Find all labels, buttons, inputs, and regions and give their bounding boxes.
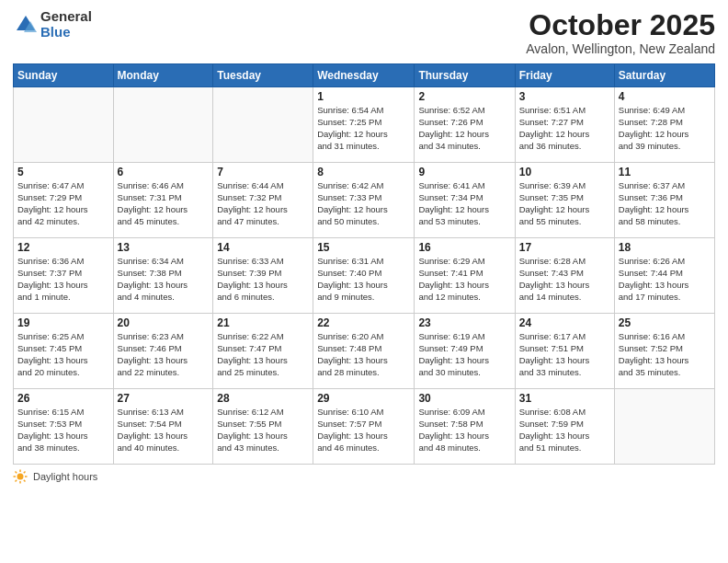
day-info: Sunrise: 6:36 AM Sunset: 7:37 PM Dayligh… (17, 256, 109, 303)
title-month: October 2025 (526, 9, 715, 41)
day-info: Sunrise: 6:42 AM Sunset: 7:33 PM Dayligh… (317, 180, 410, 227)
calendar-cell: 12Sunrise: 6:36 AM Sunset: 7:37 PM Dayli… (14, 238, 114, 314)
day-info: Sunrise: 6:28 AM Sunset: 7:43 PM Dayligh… (519, 256, 610, 303)
day-number: 8 (317, 166, 410, 178)
day-number: 23 (418, 316, 510, 329)
calendar-cell: 27Sunrise: 6:13 AM Sunset: 7:54 PM Dayli… (113, 389, 213, 465)
calendar-cell: 22Sunrise: 6:20 AM Sunset: 7:48 PM Dayli… (313, 314, 415, 389)
calendar-cell: 9Sunrise: 6:41 AM Sunset: 7:34 PM Daylig… (415, 163, 515, 238)
day-info: Sunrise: 6:12 AM Sunset: 7:55 PM Dayligh… (217, 407, 309, 454)
header: General Blue October 2025 Avalon, Wellin… (13, 9, 715, 56)
calendar-cell: 31Sunrise: 6:08 AM Sunset: 7:59 PM Dayli… (515, 389, 614, 465)
calendar-cell: 21Sunrise: 6:22 AM Sunset: 7:47 PM Dayli… (213, 314, 313, 389)
day-info: Sunrise: 6:29 AM Sunset: 7:41 PM Dayligh… (418, 256, 510, 303)
col-sunday: Sunday (14, 64, 114, 87)
col-thursday: Thursday (415, 64, 515, 87)
daylight-label: Daylight hours (33, 471, 97, 482)
calendar-cell: 29Sunrise: 6:10 AM Sunset: 7:57 PM Dayli… (313, 389, 415, 465)
day-number: 10 (519, 166, 610, 178)
calendar-cell: 4Sunrise: 6:49 AM Sunset: 7:28 PM Daylig… (614, 87, 714, 163)
logo-general-text: General (40, 9, 92, 25)
calendar-cell (113, 87, 213, 163)
day-number: 16 (418, 241, 510, 254)
day-info: Sunrise: 6:54 AM Sunset: 7:25 PM Dayligh… (317, 105, 410, 152)
day-number: 13 (118, 241, 210, 254)
day-number: 18 (619, 241, 711, 254)
day-number: 14 (217, 241, 309, 254)
calendar-cell: 13Sunrise: 6:34 AM Sunset: 7:38 PM Dayli… (113, 238, 213, 314)
day-number: 3 (519, 90, 610, 103)
calendar-cell: 3Sunrise: 6:51 AM Sunset: 7:27 PM Daylig… (515, 87, 614, 163)
svg-point-2 (17, 474, 24, 480)
logo-blue-text: Blue (40, 25, 92, 40)
day-info: Sunrise: 6:33 AM Sunset: 7:39 PM Dayligh… (217, 256, 309, 303)
svg-line-7 (16, 472, 17, 474)
day-number: 28 (217, 392, 309, 405)
svg-line-8 (24, 480, 26, 482)
title-location: Avalon, Wellington, New Zealand (526, 41, 715, 56)
calendar-cell: 8Sunrise: 6:42 AM Sunset: 7:33 PM Daylig… (313, 163, 415, 238)
day-number: 17 (519, 241, 610, 254)
day-info: Sunrise: 6:09 AM Sunset: 7:58 PM Dayligh… (418, 407, 510, 454)
calendar-cell (213, 87, 313, 163)
day-info: Sunrise: 6:39 AM Sunset: 7:35 PM Dayligh… (519, 180, 610, 227)
calendar-cell: 18Sunrise: 6:26 AM Sunset: 7:44 PM Dayli… (614, 238, 714, 314)
day-info: Sunrise: 6:26 AM Sunset: 7:44 PM Dayligh… (619, 256, 711, 303)
calendar-cell: 2Sunrise: 6:52 AM Sunset: 7:26 PM Daylig… (415, 87, 515, 163)
day-info: Sunrise: 6:47 AM Sunset: 7:29 PM Dayligh… (17, 180, 109, 227)
day-number: 29 (317, 392, 410, 405)
day-number: 9 (418, 166, 510, 178)
calendar-cell: 26Sunrise: 6:15 AM Sunset: 7:53 PM Dayli… (14, 389, 114, 465)
col-wednesday: Wednesday (313, 64, 415, 87)
day-number: 31 (519, 392, 610, 405)
day-number: 26 (17, 392, 109, 405)
col-friday: Friday (515, 64, 614, 87)
day-number: 6 (118, 166, 210, 178)
sun-icon (13, 469, 28, 484)
calendar-week-row-0: 1Sunrise: 6:54 AM Sunset: 7:25 PM Daylig… (14, 87, 715, 163)
col-saturday: Saturday (614, 64, 714, 87)
day-number: 15 (317, 241, 410, 254)
day-number: 27 (118, 392, 210, 405)
calendar-body: 1Sunrise: 6:54 AM Sunset: 7:25 PM Daylig… (14, 87, 715, 465)
footer: Daylight hours (13, 469, 715, 484)
day-info: Sunrise: 6:13 AM Sunset: 7:54 PM Dayligh… (118, 407, 210, 454)
col-monday: Monday (113, 64, 213, 87)
calendar-cell: 5Sunrise: 6:47 AM Sunset: 7:29 PM Daylig… (14, 163, 114, 238)
calendar-cell: 25Sunrise: 6:16 AM Sunset: 7:52 PM Dayli… (614, 314, 714, 389)
col-tuesday: Tuesday (213, 64, 313, 87)
day-info: Sunrise: 6:25 AM Sunset: 7:45 PM Dayligh… (17, 331, 109, 378)
day-info: Sunrise: 6:37 AM Sunset: 7:36 PM Dayligh… (619, 180, 711, 227)
calendar-cell: 7Sunrise: 6:44 AM Sunset: 7:32 PM Daylig… (213, 163, 313, 238)
day-info: Sunrise: 6:10 AM Sunset: 7:57 PM Dayligh… (317, 407, 410, 454)
calendar-week-row-1: 5Sunrise: 6:47 AM Sunset: 7:29 PM Daylig… (14, 163, 715, 238)
day-number: 2 (418, 90, 510, 103)
day-info: Sunrise: 6:41 AM Sunset: 7:34 PM Dayligh… (418, 180, 510, 227)
page-container: General Blue October 2025 Avalon, Wellin… (0, 0, 728, 563)
calendar-week-row-4: 26Sunrise: 6:15 AM Sunset: 7:53 PM Dayli… (14, 389, 715, 465)
calendar-cell: 23Sunrise: 6:19 AM Sunset: 7:49 PM Dayli… (415, 314, 515, 389)
day-number: 19 (17, 316, 109, 329)
calendar-cell (614, 389, 714, 465)
day-number: 5 (17, 166, 109, 178)
day-info: Sunrise: 6:22 AM Sunset: 7:47 PM Dayligh… (217, 331, 309, 378)
title-block: October 2025 Avalon, Wellington, New Zea… (526, 9, 715, 56)
day-info: Sunrise: 6:19 AM Sunset: 7:49 PM Dayligh… (418, 331, 510, 378)
calendar-cell (14, 87, 114, 163)
day-number: 12 (17, 241, 109, 254)
day-number: 4 (619, 90, 711, 103)
day-info: Sunrise: 6:52 AM Sunset: 7:26 PM Dayligh… (418, 105, 510, 152)
day-info: Sunrise: 6:46 AM Sunset: 7:31 PM Dayligh… (118, 180, 210, 227)
logo-icon (13, 12, 39, 38)
calendar-cell: 24Sunrise: 6:17 AM Sunset: 7:51 PM Dayli… (515, 314, 614, 389)
day-number: 1 (317, 90, 410, 103)
calendar-cell: 20Sunrise: 6:23 AM Sunset: 7:46 PM Dayli… (113, 314, 213, 389)
calendar-table: Sunday Monday Tuesday Wednesday Thursday… (13, 63, 715, 465)
calendar-cell: 16Sunrise: 6:29 AM Sunset: 7:41 PM Dayli… (415, 238, 515, 314)
day-info: Sunrise: 6:34 AM Sunset: 7:38 PM Dayligh… (118, 256, 210, 303)
calendar-week-row-3: 19Sunrise: 6:25 AM Sunset: 7:45 PM Dayli… (14, 314, 715, 389)
day-info: Sunrise: 6:31 AM Sunset: 7:40 PM Dayligh… (317, 256, 410, 303)
svg-line-9 (24, 472, 26, 474)
day-number: 25 (619, 316, 711, 329)
calendar-cell: 1Sunrise: 6:54 AM Sunset: 7:25 PM Daylig… (313, 87, 415, 163)
